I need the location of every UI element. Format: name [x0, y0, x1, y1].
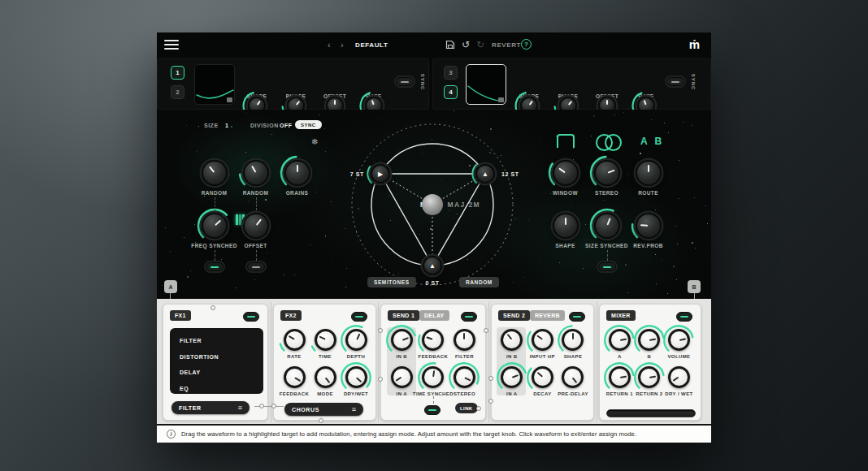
pitch-knob-left[interactable]: ▶	[371, 164, 390, 184]
random-button[interactable]: RANDOM	[459, 277, 499, 287]
knob-freq-synched[interactable]: FREQ SYNCHED	[193, 213, 235, 248]
redo-icon[interactable]: ↻	[476, 32, 484, 57]
knob-in-a[interactable]: IN A	[497, 365, 527, 402]
send1-enable-toggle[interactable]	[461, 312, 477, 322]
knob-stereo[interactable]: STEREO	[586, 160, 627, 196]
drag-handle[interactable]	[498, 97, 504, 102]
stereo-overlap-icon[interactable]	[596, 134, 619, 148]
knob-filter[interactable]: FILTER	[449, 327, 480, 365]
knob-rate[interactable]: RATE	[279, 327, 310, 365]
lfo-b-sync-toggle[interactable]	[666, 77, 684, 86]
size-synched-toggle[interactable]	[598, 262, 616, 271]
knob-shape[interactable]: SHAPE	[558, 327, 588, 365]
knob-rev-prob[interactable]: REV.PROB	[627, 213, 669, 248]
knob-depth[interactable]: DEPTH	[341, 327, 371, 365]
knob-return-2[interactable]: RETURN 2	[635, 365, 665, 402]
pitch-center-handle[interactable]	[422, 194, 443, 215]
knob-dry-wet[interactable]: DRY/WET	[341, 365, 371, 402]
menu-icon[interactable]	[164, 40, 179, 50]
fx-list-item[interactable]: DELAY	[180, 365, 263, 381]
knob-b[interactable]: B	[635, 327, 665, 365]
send2-knob-grid: IN BINPUT HPSHAPEIN ADECAYPRE-DELAY	[497, 327, 588, 402]
division-value[interactable]: OFF	[280, 123, 293, 128]
knob-grains[interactable]: GRAINS	[276, 160, 318, 196]
tab-lfo-1[interactable]: 1	[171, 66, 184, 80]
save-icon[interactable]	[445, 40, 455, 50]
knob-decay[interactable]: DECAY	[527, 365, 558, 402]
fx2-enable-toggle[interactable]	[351, 312, 367, 322]
freq-synched-toggle[interactable]	[206, 262, 224, 271]
knob-pitch[interactable]: ▲	[475, 164, 495, 184]
fx-list-item[interactable]: FILTER	[180, 333, 263, 349]
knob-route[interactable]: ROUTE	[627, 160, 669, 196]
fx1-selector-button[interactable]: FILTER≡	[171, 401, 250, 414]
knob-pitch[interactable]: ▲	[423, 256, 442, 275]
send1-type-badge[interactable]: DELAY	[419, 310, 449, 321]
tab-lfo-3[interactable]: 3	[444, 66, 458, 80]
knob-offset[interactable]: OFFSET	[235, 213, 276, 248]
lfo-a-sync-toggle[interactable]	[396, 77, 414, 86]
knob-volume[interactable]: VOLUME	[664, 327, 694, 365]
route-a-tag[interactable]: A	[164, 280, 177, 293]
knob-in-b[interactable]: IN B	[386, 327, 418, 365]
fx-list-item[interactable]: DISTORTION	[180, 349, 263, 365]
knob-random[interactable]: RANDOM	[193, 160, 235, 196]
help-icon[interactable]: ?	[521, 39, 532, 50]
knob-feedback[interactable]: FEEDBACK	[418, 327, 449, 365]
knob-time[interactable]: TIME	[310, 327, 341, 365]
knob-mode[interactable]: MODE	[310, 365, 341, 402]
lfo-b-waveform-thumbnail[interactable]	[466, 64, 506, 105]
knob-in-b[interactable]: IN B	[497, 327, 527, 365]
knob-return-1[interactable]: RETURN 1	[605, 365, 635, 402]
fx2-selector-button[interactable]: CHORUS≡	[284, 403, 363, 416]
time-synched-toggle[interactable]	[424, 405, 441, 415]
knob-random[interactable]: RANDOM	[235, 160, 276, 196]
knob-shape[interactable]: SHAPE	[545, 213, 586, 248]
freeze-icon[interactable]: ❄	[311, 137, 318, 146]
revert-button[interactable]: REVERT	[492, 41, 521, 49]
send2-enable-toggle[interactable]	[569, 312, 585, 322]
size-value[interactable]: 1	[225, 123, 228, 128]
knob-stereo[interactable]: STEREO	[449, 365, 480, 402]
knob-shape[interactable]: SHAPE	[510, 70, 549, 99]
fx1-enable-toggle[interactable]	[243, 312, 259, 322]
semitones-button[interactable]: SEMITONES	[367, 277, 416, 287]
knob-rate[interactable]: RATE	[354, 70, 393, 99]
fx-list-item[interactable]: EQ	[180, 381, 263, 397]
knob-window[interactable]: WINDOW	[545, 160, 586, 196]
fx1-badge: FX1	[170, 310, 191, 321]
knob-size-synched[interactable]: SIZE SYNCHED	[586, 213, 627, 248]
pitch-knob-bottom[interactable]: ▲	[423, 256, 442, 275]
knob-feedback[interactable]: FEEDBACK	[279, 365, 310, 402]
size-sync-pill[interactable]: SYNC	[295, 120, 322, 129]
send2-type-badge[interactable]: REVERB	[530, 310, 565, 321]
undo-icon[interactable]: ↺	[462, 32, 470, 57]
preset-next-button[interactable]: ›	[341, 32, 344, 57]
pitch-knob-right[interactable]: ▲	[475, 164, 495, 184]
knob-a[interactable]: A	[605, 327, 635, 365]
lfo-a-waveform-thumbnail[interactable]	[194, 64, 235, 105]
tab-lfo-2[interactable]: 2	[171, 85, 184, 99]
fx2-badge: FX2	[280, 310, 302, 321]
ab-route-icon[interactable]: A B	[640, 136, 664, 147]
offset-toggle[interactable]	[247, 262, 265, 271]
knob-dry-wet[interactable]: DRY / WET	[664, 365, 694, 402]
knob-input-hp[interactable]: INPUT HP	[527, 327, 558, 365]
knob-phase[interactable]: PHASE	[276, 70, 315, 99]
knob-phase[interactable]: PHASE	[549, 70, 588, 99]
knob-shape[interactable]: SHAPE	[237, 70, 276, 99]
knob-in-a[interactable]: IN A	[386, 365, 418, 402]
knob-pre-delay[interactable]: PRE-DELAY	[558, 365, 588, 402]
knob-offset[interactable]: OFFSET	[315, 70, 354, 99]
tab-lfo-4[interactable]: 4	[444, 85, 458, 99]
preset-name[interactable]: DEFAULT	[355, 41, 388, 49]
knob-offset[interactable]: OFFSET	[588, 70, 627, 99]
knob-pitch[interactable]: ▶	[371, 164, 390, 184]
drag-handle[interactable]	[227, 97, 232, 102]
route-b-tag[interactable]: B	[688, 280, 701, 293]
preset-prev-button[interactable]: ‹	[328, 32, 331, 57]
mixer-enable-toggle[interactable]	[676, 312, 692, 322]
window-shape-icon[interactable]	[557, 134, 575, 148]
knob-rate[interactable]: RATE	[627, 70, 666, 99]
link-button[interactable]: LINK	[455, 403, 478, 413]
